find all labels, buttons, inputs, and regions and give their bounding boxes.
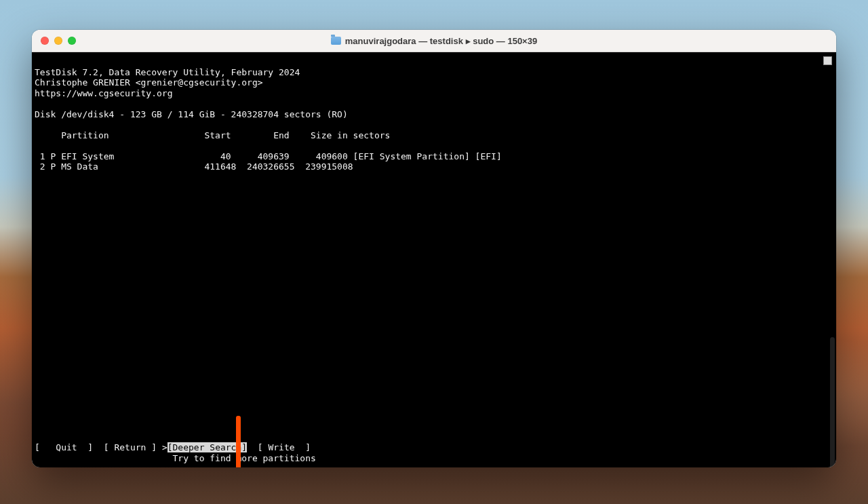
folder-icon [331,37,341,45]
selection-caret-icon: > [162,442,167,453]
minimize-icon[interactable] [54,37,62,45]
app-header-line: TestDisk 7.2, Data Recovery Utility, Feb… [35,67,300,77]
disk-info-line: Disk /dev/disk4 - 123 GB / 114 GiB - 240… [35,109,348,119]
terminal-viewport[interactable]: TestDisk 7.2, Data Recovery Utility, Feb… [32,52,836,467]
table-row: 2 P MS Data 411648 240326655 239915008 [35,161,353,172]
table-row: 1 P EFI System 40 409639 409600 [EFI Sys… [35,151,502,161]
menu-bar: [ Quit ] [ Return ] >[Deeper Search] [ W… [35,442,311,453]
quit-menu-item[interactable]: Quit [56,442,77,453]
window-titlebar[interactable]: manuvirajgodara — testdisk ▸ sudo — 150×… [32,30,836,52]
close-icon[interactable] [41,37,49,45]
window-controls [32,37,76,45]
author-line: Christophe GRENIER <grenier@cgsecurity.o… [35,77,263,88]
terminal-window: manuvirajgodara — testdisk ▸ sudo — 150×… [32,30,836,467]
return-menu-item[interactable]: Return [114,442,146,453]
terminal-output: TestDisk 7.2, Data Recovery Utility, Feb… [32,52,836,467]
partition-table-header: Partition Start End Size in sectors [35,130,390,140]
maximize-icon[interactable] [68,37,76,45]
deeper-search-menu-item[interactable]: [Deeper Search] [167,442,247,453]
menu-hint: Try to find more partitions [35,453,316,464]
write-menu-item[interactable]: Write [268,442,294,453]
window-title: manuvirajgodara — testdisk ▸ sudo — 150×… [32,36,836,46]
window-title-text: manuvirajgodara — testdisk ▸ sudo — 150×… [345,36,537,46]
url-line: https://www.cgsecurity.org [35,88,173,98]
